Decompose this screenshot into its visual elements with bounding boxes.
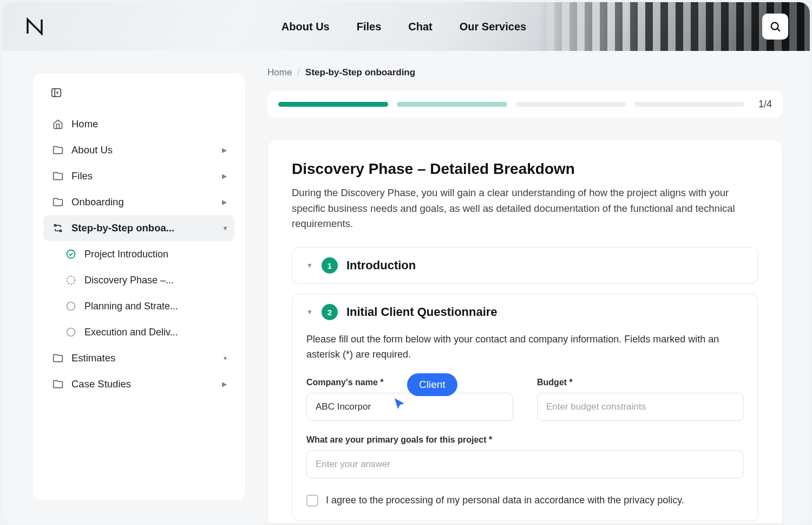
chevron-right-icon: ▶ xyxy=(222,146,227,154)
chevron-down-icon: ▾ xyxy=(224,224,227,232)
company-input[interactable] xyxy=(306,393,513,421)
folder-icon xyxy=(52,145,64,155)
folder-icon xyxy=(52,171,64,182)
progress-seg-2 xyxy=(397,102,507,107)
sub-item-execution[interactable]: Execution and Deliv... xyxy=(56,319,234,345)
svg-point-3 xyxy=(60,230,61,231)
sidebar-item-about[interactable]: About Us ▶ xyxy=(43,137,234,163)
sidebar-item-cases[interactable]: Case Studies ▶ xyxy=(43,371,234,397)
collapse-sidebar-button[interactable] xyxy=(48,84,65,101)
accordion-title: Initial Client Questionnaire xyxy=(346,305,497,319)
main-content: Home / Step-by-Step onboarding 1/4 Disco… xyxy=(246,51,810,523)
steps-icon xyxy=(52,223,64,234)
folder-icon xyxy=(52,379,64,390)
sidebar-item-label: Case Studies xyxy=(71,378,131,390)
circle-icon xyxy=(65,301,77,312)
search-icon xyxy=(769,21,781,33)
subitem-label: Project Introduction xyxy=(84,249,168,260)
accordion-questionnaire: ▼ 2 Initial Client Questionnaire Please … xyxy=(292,294,758,521)
company-field: Company's name * Client xyxy=(306,378,513,421)
breadcrumb: Home / Step-by-Step onboarding xyxy=(267,67,783,78)
svg-point-2 xyxy=(54,224,56,226)
sidebar: Home About Us ▶ Files ▶ Onboarding ▶ Ste… xyxy=(32,73,246,501)
svg-point-7 xyxy=(67,328,75,336)
svg-point-5 xyxy=(67,276,75,284)
app-header: About Us Files Chat Our Services xyxy=(2,2,810,51)
sidebar-subitems: Project Introduction Discovery Phase –..… xyxy=(43,241,234,345)
sidebar-item-label: Step-by-Step onboa... xyxy=(71,222,174,234)
step-number: 1 xyxy=(322,257,338,274)
folder-icon xyxy=(52,353,64,364)
chevron-right-icon: ▶ xyxy=(222,380,227,388)
sidebar-item-files[interactable]: Files ▶ xyxy=(43,163,234,189)
sub-item-planning[interactable]: Planning and Strate... xyxy=(56,293,234,319)
check-circle-icon xyxy=(65,249,77,260)
app-logo xyxy=(24,16,45,37)
page-lead: During the Discovery Phase, you will gai… xyxy=(292,185,758,232)
user-cursor-bubble: Client xyxy=(407,373,457,396)
sidebar-item-onboarding[interactable]: Onboarding ▶ xyxy=(43,189,234,215)
form-intro: Please fill out the form below with your… xyxy=(306,332,744,362)
sub-item-discovery[interactable]: Discovery Phase –... xyxy=(56,267,234,293)
crumb-current: Step-by-Step onboarding xyxy=(305,67,415,78)
top-nav: About Us Files Chat Our Services xyxy=(281,21,526,33)
goals-field: What are your primary goals for this pro… xyxy=(306,435,744,478)
budget-field: Budget * xyxy=(537,378,744,421)
home-icon xyxy=(52,119,64,129)
consent-label: I agree to the processing of my personal… xyxy=(326,495,684,506)
nav-files[interactable]: Files xyxy=(357,21,382,33)
sidebar-item-label: About Us xyxy=(71,144,113,156)
svg-point-6 xyxy=(67,302,75,310)
goals-input[interactable] xyxy=(306,450,744,478)
breadcrumb-separator: / xyxy=(297,67,300,78)
accordion-header[interactable]: ▼ 2 Initial Client Questionnaire xyxy=(292,294,758,330)
chevron-right-icon: ▶ xyxy=(222,172,227,180)
content-card: Discovery Phase – Detailed Breakdown Dur… xyxy=(267,139,783,523)
sidebar-item-step-onboarding[interactable]: Step-by-Step onboa... ▾ xyxy=(43,215,234,241)
sidebar-item-label: Home xyxy=(71,118,98,130)
chevron-right-icon: ▶ xyxy=(222,198,227,206)
sidebar-item-label: Estimates xyxy=(71,352,115,364)
budget-input[interactable] xyxy=(537,393,744,421)
goals-label: What are your primary goals for this pro… xyxy=(306,435,744,445)
nav-services[interactable]: Our Services xyxy=(460,21,526,33)
sub-item-project-intro[interactable]: Project Introduction xyxy=(56,241,234,267)
progress-counter: 1/4 xyxy=(758,99,772,110)
accordion-header[interactable]: ▼ 1 Introduction xyxy=(292,248,758,283)
nav-about[interactable]: About Us xyxy=(281,21,330,33)
accordion-introduction: ▼ 1 Introduction xyxy=(292,247,758,284)
subitem-label: Discovery Phase –... xyxy=(84,275,174,286)
chevron-down-icon: ▾ xyxy=(224,354,227,362)
consent-checkbox[interactable] xyxy=(306,495,318,507)
cursor-icon xyxy=(393,397,406,410)
sidebar-item-label: Files xyxy=(71,170,93,182)
progress-bar: 1/4 xyxy=(267,91,783,118)
svg-point-4 xyxy=(67,250,75,258)
accordion-title: Introduction xyxy=(346,258,416,273)
sidebar-item-label: Onboarding xyxy=(71,196,124,208)
sidebar-item-home[interactable]: Home xyxy=(43,111,234,137)
circle-icon xyxy=(65,327,77,338)
panel-left-icon xyxy=(50,87,62,99)
progress-seg-4 xyxy=(634,102,744,107)
budget-label: Budget * xyxy=(537,378,744,387)
search-button[interactable] xyxy=(762,14,788,40)
page-title: Discovery Phase – Detailed Breakdown xyxy=(292,160,758,178)
subitem-label: Planning and Strate... xyxy=(84,301,178,312)
subitem-label: Execution and Deliv... xyxy=(84,327,178,338)
accordion-body: Please fill out the form below with your… xyxy=(292,332,758,521)
folder-icon xyxy=(52,197,64,208)
progress-seg-3 xyxy=(516,102,626,107)
step-number: 2 xyxy=(322,304,338,320)
nav-chat[interactable]: Chat xyxy=(408,21,432,33)
consent-row: I agree to the processing of my personal… xyxy=(306,495,744,507)
crumb-home[interactable]: Home xyxy=(267,67,292,78)
caret-down-icon: ▼ xyxy=(306,308,313,316)
caret-down-icon: ▼ xyxy=(306,262,313,269)
progress-seg-1 xyxy=(278,102,388,107)
circle-dashed-icon xyxy=(65,275,77,286)
sidebar-item-estimates[interactable]: Estimates ▾ xyxy=(43,345,234,371)
